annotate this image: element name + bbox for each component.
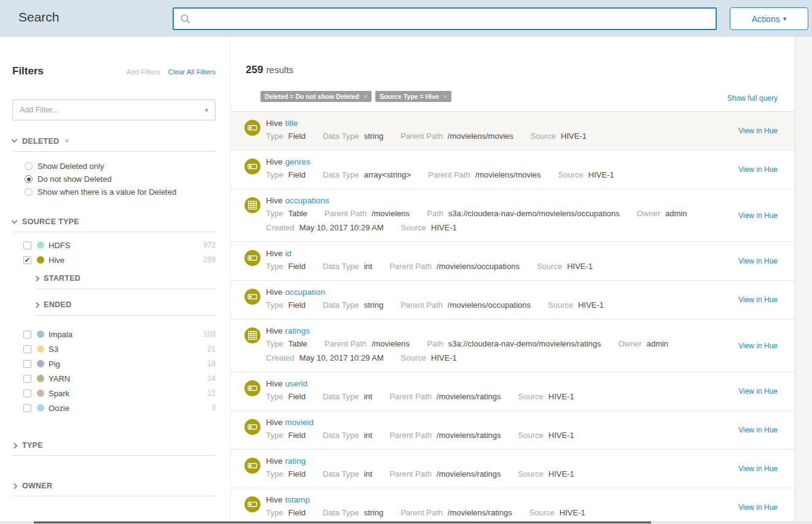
meta-label: Type [266,262,283,271]
add-filter-select[interactable]: Add Filter... ▾ [12,100,216,120]
entity-source-prefix: Hive [266,196,283,205]
filter-chip[interactable]: Source Type = Hive × [375,91,451,102]
entity-meta-line: TypeField Data Typestring Parent Path/mo… [266,300,715,311]
chevron-right-icon [34,302,40,308]
source-type-item[interactable]: S3 21 [23,342,216,356]
entity-link[interactable]: occupations [285,196,329,205]
meta-label: Path [427,209,443,218]
filter-section-collapsed[interactable]: TYPE [12,441,216,456]
entity-meta-line: TypeField Data Typestring Parent Path/mo… [266,507,715,518]
meta-label: Source [518,431,544,440]
entity-meta-pair: Data Typestring [322,507,383,518]
radio-button[interactable] [25,188,33,196]
horizontal-scrollbar-thumb[interactable] [34,522,651,523]
meta-value: /movielens [372,209,410,218]
entity-type-icon [244,458,260,474]
meta-value: HIVE-1 [548,392,574,401]
meta-value: string [364,300,383,310]
view-in-hue-link[interactable]: View in Hue [738,464,778,473]
source-type-item[interactable]: Pig 18 [23,356,216,371]
source-type-item[interactable]: Spark 12 [23,386,216,401]
results-count: 259 [246,64,263,76]
field-icon [244,458,260,474]
filter-section-source-type[interactable]: SOURCE TYPE [12,217,216,232]
clear-all-filters-link[interactable]: Clear All Filters [168,68,216,76]
entity-meta-pair: CreatedMay 10, 2017 10:29 AM [266,353,384,364]
entity-title: Hivetitle [266,119,715,128]
deleted-radio-option[interactable]: Show when there is a value for Deleted [25,186,216,198]
source-type-item[interactable]: Hive 259 [23,252,216,267]
close-icon[interactable]: × [443,93,447,100]
show-full-query-link[interactable]: Show full query [727,94,778,103]
meta-value: /movielens/ratings [437,469,501,479]
meta-value: int [364,469,372,479]
entity-link[interactable]: id [285,249,292,258]
checkbox[interactable] [23,404,31,412]
deleted-radio-option[interactable]: Do not show Deleted [25,173,216,186]
view-in-hue-link[interactable]: View in Hue [738,426,778,434]
source-type-count: 21 [208,345,216,353]
result-row: Hiveoccupation TypeField Data Typestring… [231,281,795,319]
checkbox[interactable] [23,256,31,264]
radio-button[interactable] [25,162,33,170]
source-type-item[interactable]: YARN 14 [23,371,216,386]
view-in-hue-link[interactable]: View in Hue [738,503,778,512]
meta-label: Parent Path [389,262,432,271]
search-input[interactable] [196,14,709,24]
entity-link[interactable]: movieid [285,418,314,427]
field-icon [244,120,260,136]
entity-link[interactable]: tstamp [285,495,310,504]
filter-chip[interactable]: Deleted = Do not show Deleted × [260,91,372,102]
view-in-hue-link[interactable]: View in Hue [738,342,778,350]
entity-type-icon [244,158,260,174]
entity-link[interactable]: genres [285,157,310,166]
source-color-dot [37,375,44,382]
filter-section-label: OWNER [22,482,52,490]
filter-section-collapsed[interactable]: OWNER [12,482,216,496]
checkbox[interactable] [23,330,31,338]
meta-label: Owner [637,209,660,218]
view-in-hue-link[interactable]: View in Hue [738,211,778,220]
source-type-label: Impala [49,330,203,339]
entity-meta-pair: SourceHIVE-1 [537,261,593,272]
meta-value: int [364,431,372,440]
meta-label: Data Type [322,131,359,141]
search-box[interactable] [173,7,717,30]
deleted-radio-option[interactable]: Show Deleted only [25,160,216,173]
view-in-hue-link[interactable]: View in Hue [738,165,778,174]
close-icon[interactable]: × [364,93,367,100]
actions-button[interactable]: Actions ▾ [730,7,808,30]
entity-link[interactable]: title [285,119,298,128]
view-in-hue-link[interactable]: View in Hue [738,295,778,304]
checkbox[interactable] [23,241,31,249]
source-type-item[interactable]: Oozie 3 [23,401,216,415]
entity-link[interactable]: occupation [285,287,325,297]
filter-chip-label: Source Type = Hive [380,93,439,100]
filter-section-deleted[interactable]: DELETED × [12,136,216,152]
entity-source-prefix: Hive [266,418,283,427]
radio-button[interactable] [25,175,33,183]
view-in-hue-link[interactable]: View in Hue [738,387,778,396]
remove-filter-icon[interactable]: × [64,136,69,146]
entity-link[interactable]: rating [285,456,306,466]
checkbox[interactable] [23,345,31,353]
meta-value: Field [288,469,305,479]
meta-label: Type [266,339,283,348]
filter-subsection[interactable]: ENDED [34,300,216,316]
chevron-right-icon [12,442,18,448]
meta-label: Source [401,223,426,232]
view-in-hue-link[interactable]: View in Hue [738,257,778,265]
add-filters-button[interactable]: Add Filters [127,68,160,76]
meta-label: Data Type [322,392,359,401]
view-in-hue-link[interactable]: View in Hue [738,127,778,135]
source-type-item[interactable]: Impala 103 [23,327,216,342]
checkbox[interactable] [23,360,31,368]
entity-link[interactable]: userid [285,379,308,388]
checkbox[interactable] [23,375,31,383]
entity-link[interactable]: ratings [285,326,310,335]
source-type-item[interactable]: HDFS 972 [23,238,216,252]
filter-subsection[interactable]: STARTED [34,274,216,289]
checkbox[interactable] [23,389,31,397]
horizontal-scrollbar-track[interactable] [0,521,812,524]
deleted-options: Show Deleted only Do not show Deleted Sh… [25,160,216,198]
